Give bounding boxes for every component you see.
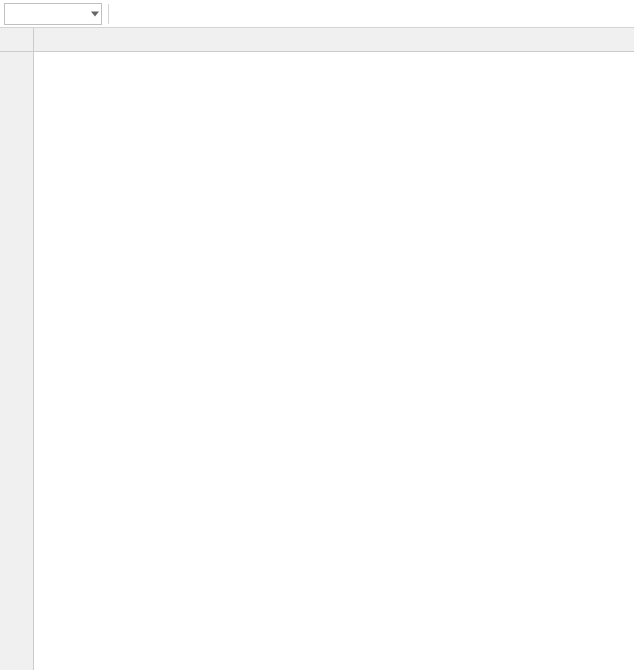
grid[interactable] [34, 52, 634, 670]
row-headers [0, 28, 34, 670]
separator [108, 4, 109, 24]
chevron-down-icon[interactable] [91, 11, 99, 16]
spreadsheet [0, 28, 634, 670]
select-all-corner[interactable] [0, 28, 33, 52]
formula-bar [0, 0, 634, 28]
cancel-button[interactable] [111, 2, 135, 26]
column-headers [34, 28, 634, 52]
enter-button[interactable] [135, 2, 159, 26]
name-box[interactable] [4, 3, 102, 25]
